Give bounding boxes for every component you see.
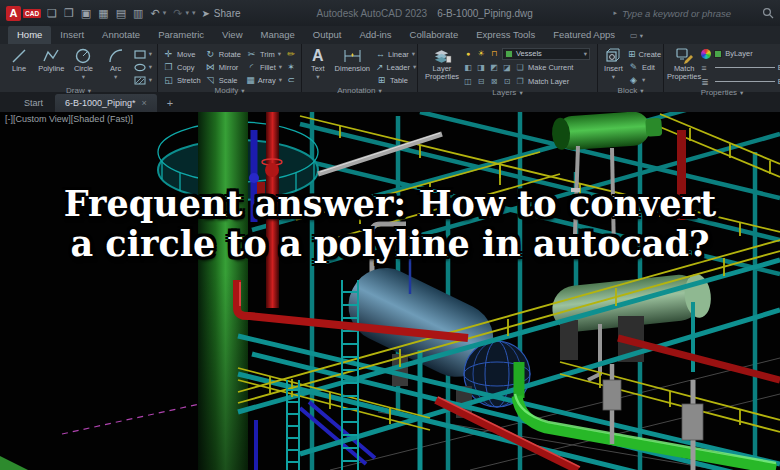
tab-document[interactable]: 6-B-1000_Piping* × — [55, 94, 157, 112]
layer-tool-icon[interactable]: ◧ — [463, 63, 473, 72]
layer-tool-icon[interactable]: ⊡ — [502, 77, 512, 86]
tab-featured-apps[interactable]: Featured Apps — [544, 26, 624, 44]
edit-block-button[interactable]: ✎Edit — [628, 61, 658, 73]
layer-tool-icon[interactable]: ⊠ — [489, 77, 499, 86]
text-icon: A — [308, 47, 327, 65]
layer-on-bulb-icon[interactable]: ● — [463, 50, 473, 57]
linear-dimension-button[interactable]: ↔Linear▾ — [376, 48, 412, 60]
layer-properties-button[interactable]: Layer Properties — [421, 46, 463, 81]
explode-button[interactable]: ✶ — [286, 61, 296, 73]
ellipse-button[interactable]: ▾ — [134, 61, 152, 73]
autocad-logo-icon[interactable]: A CAD — [6, 6, 41, 21]
open-file-icon[interactable]: ❒ — [64, 7, 74, 20]
drawing-viewport[interactable]: [-][Custom View][Shaded (Fast)] — [0, 112, 780, 470]
text-flyout-icon[interactable]: ▾ — [316, 73, 319, 81]
save-as-icon[interactable]: ▦ — [98, 7, 108, 20]
current-color-swatch — [714, 50, 722, 58]
search-input[interactable] — [622, 8, 757, 19]
make-current-icon: ❏ — [515, 63, 525, 72]
tab-collaborate[interactable]: Collaborate — [401, 26, 468, 44]
ribbon-display-toggle[interactable]: ▭ ▾ — [630, 31, 643, 44]
linetype-dropdown[interactable]: ≣ ByLayer — [701, 75, 780, 88]
viewport-controls[interactable]: [-][Custom View][Shaded (Fast)] — [5, 114, 133, 124]
search-icon[interactable] — [762, 7, 774, 19]
layer-color-swatch — [505, 50, 513, 58]
rotate-button[interactable]: ↻Rotate — [205, 48, 242, 60]
circle-button[interactable]: Circle ▾ — [67, 46, 99, 81]
new-tab-button[interactable]: + — [159, 94, 181, 112]
scale-button[interactable]: ◹Scale — [205, 74, 242, 86]
panel-modify: ✛Move ❐Copy ◱Stretch ↻Rotate ⋈Mirror ◹Sc… — [158, 44, 302, 92]
print-icon[interactable]: ▥ — [133, 7, 143, 20]
tab-manage[interactable]: Manage — [252, 26, 304, 44]
layer-tool-icon[interactable]: ◪ — [502, 63, 512, 72]
viewport-3d-scene[interactable] — [0, 112, 780, 470]
close-tab-icon[interactable]: × — [142, 98, 147, 108]
redo-icon[interactable]: ↷ — [173, 7, 182, 20]
stretch-button[interactable]: ◱Stretch — [163, 74, 201, 86]
layer-selector-dropdown[interactable]: Vessels ▾ — [502, 48, 590, 60]
plot-icon[interactable]: ▤ — [116, 7, 126, 20]
fillet-button[interactable]: ◜Fillet▾ — [246, 61, 282, 73]
tab-view[interactable]: View — [213, 26, 251, 44]
layer-freeze-sun-icon[interactable]: ☀ — [476, 49, 486, 58]
object-color-dropdown[interactable]: ByLayer ▾ — [701, 47, 780, 60]
move-button[interactable]: ✛Move — [163, 48, 201, 60]
erase-button[interactable]: ✏ — [286, 48, 296, 60]
make-current-button[interactable]: Make Current — [528, 63, 573, 72]
panel-label-layers[interactable]: Layers▾ — [418, 88, 597, 97]
create-block-button[interactable]: ⊞Create — [628, 48, 658, 60]
autocad-cad-badge: CAD — [23, 9, 41, 18]
leader-button[interactable]: ↗Leader▾ — [376, 61, 412, 73]
hatch-button[interactable]: ▾ — [134, 74, 152, 86]
search-expand-icon[interactable]: ▸ — [613, 9, 617, 17]
table-button[interactable]: ⊞Table — [376, 74, 412, 86]
layer-tool-icon[interactable]: ⊟ — [476, 77, 486, 86]
tab-annotate[interactable]: Annotate — [93, 26, 149, 44]
lineweight-dropdown[interactable]: ≡ ByLayer — [701, 61, 780, 74]
tab-insert[interactable]: Insert — [51, 26, 93, 44]
share-button[interactable]: ➤ Share — [201, 8, 240, 19]
panel-label-annotation[interactable]: Annotation▾ — [302, 86, 417, 95]
redo-dropdown-icon[interactable]: ▾ — [185, 9, 189, 17]
tab-output[interactable]: Output — [304, 26, 351, 44]
tab-start[interactable]: Start — [14, 94, 53, 112]
text-button[interactable]: A Text ▾ — [305, 46, 331, 81]
panel-label-properties[interactable]: Properties▾ — [664, 88, 780, 97]
arc-flyout-icon[interactable]: ▾ — [114, 73, 117, 81]
offset-button[interactable]: ⊂ — [286, 74, 296, 86]
line-button[interactable]: Line — [3, 46, 35, 73]
arc-button[interactable]: Arc ▾ — [100, 46, 132, 81]
new-file-icon[interactable]: ❏ — [47, 7, 57, 20]
tab-home[interactable]: Home — [8, 26, 51, 44]
tab-parametric[interactable]: Parametric — [149, 26, 213, 44]
ribbon-tab-bar: Home Insert Annotate Parametric View Man… — [0, 26, 780, 44]
copy-button[interactable]: ❐Copy — [163, 61, 201, 73]
layer-tool-icon[interactable]: ◨ — [476, 63, 486, 72]
polyline-icon — [42, 47, 61, 65]
offset-icon: ⊂ — [286, 75, 296, 85]
layer-lock-icon[interactable]: ⊓ — [489, 49, 499, 58]
match-properties-button[interactable]: Match Properties — [667, 46, 701, 81]
match-layer-button[interactable]: Match Layer — [528, 77, 569, 86]
undo-icon[interactable]: ↶ — [150, 7, 159, 20]
trim-button[interactable]: ✂Trim▾ — [246, 48, 282, 60]
qat-customize-icon[interactable]: ▾ — [192, 9, 196, 17]
block-flyout-button[interactable]: ◈▾ — [628, 74, 658, 86]
save-icon[interactable]: ▣ — [81, 7, 91, 20]
panel-label-block[interactable]: Block▾ — [598, 86, 663, 95]
dimension-button[interactable]: Dimension — [331, 46, 374, 73]
polyline-button[interactable]: Polyline — [35, 46, 67, 73]
insert-flyout-icon[interactable]: ▾ — [612, 73, 615, 81]
layer-tool-icon[interactable]: ◩ — [489, 63, 499, 72]
mirror-button[interactable]: ⋈Mirror — [205, 61, 242, 73]
ribbon-toggle-icon: ▭ — [630, 31, 638, 40]
insert-block-button[interactable]: Insert ▾ — [601, 46, 626, 81]
undo-dropdown-icon[interactable]: ▾ — [163, 9, 167, 17]
circle-flyout-icon[interactable]: ▾ — [82, 73, 85, 81]
rectangle-button[interactable]: ▾ — [134, 48, 152, 60]
array-button[interactable]: ▦Array▾ — [246, 74, 282, 86]
layer-tool-icon[interactable]: ◫ — [463, 77, 473, 86]
tab-add-ins[interactable]: Add-ins — [350, 26, 400, 44]
tab-express-tools[interactable]: Express Tools — [467, 26, 544, 44]
